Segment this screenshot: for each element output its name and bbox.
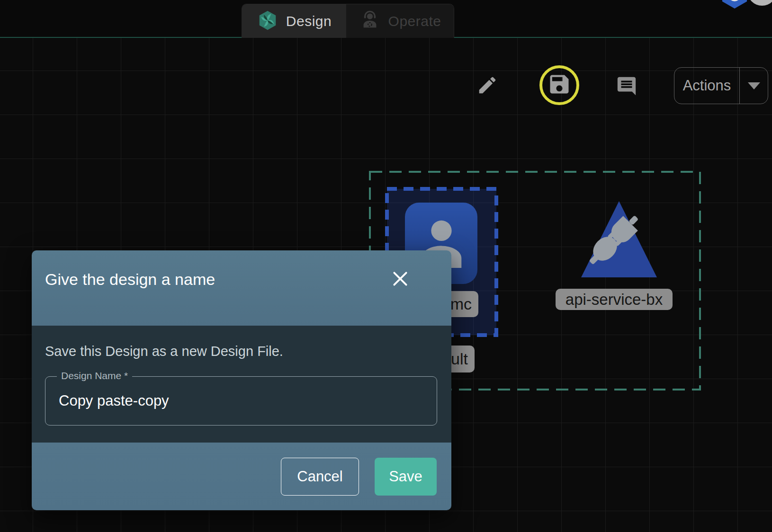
meshery-logo-icon <box>257 9 278 33</box>
design-name-input[interactable] <box>45 377 437 425</box>
pencil-icon <box>476 89 498 98</box>
design-name-label-text: Design Name <box>61 370 121 381</box>
close-button[interactable] <box>390 269 411 290</box>
comment-button[interactable] <box>616 75 637 99</box>
tab-operate[interactable]: Operate <box>346 4 454 38</box>
save-design-button[interactable] <box>539 65 579 105</box>
top-navigation-bar: Design Operate <box>0 0 772 38</box>
close-icon <box>391 270 409 290</box>
operator-headset-icon <box>359 9 381 33</box>
chevron-down-icon <box>748 82 760 89</box>
api-service-label: api-service-bx <box>556 289 673 310</box>
design-name-field: Design Name * <box>45 376 437 426</box>
floppy-save-icon <box>547 72 572 98</box>
required-marker: * <box>124 370 128 381</box>
design-name-label: Design Name * <box>57 370 132 381</box>
edit-button[interactable] <box>476 74 498 98</box>
modal-title: Give the design a name <box>45 270 390 289</box>
modal-body: Save this Design as a new Design File. D… <box>32 326 451 443</box>
comment-icon <box>616 90 637 98</box>
mode-tabs: Design Operate <box>242 4 454 38</box>
tab-design-label: Design <box>286 13 332 29</box>
api-service-text: api-service-bx <box>566 291 663 309</box>
save-button[interactable]: Save <box>375 458 437 496</box>
user-node-name-text: mc <box>450 295 472 313</box>
user-avatar[interactable] <box>747 0 772 6</box>
tab-operate-label: Operate <box>388 13 441 29</box>
cancel-button[interactable]: Cancel <box>281 458 359 496</box>
tab-design[interactable]: Design <box>242 4 346 38</box>
modal-description: Save this Design as a new Design File. <box>45 344 437 359</box>
actions-button[interactable]: Actions <box>674 67 768 104</box>
modal-header: Give the design a name <box>32 250 451 326</box>
modal-footer: Cancel Save <box>32 443 451 510</box>
actions-dropdown-toggle[interactable] <box>739 68 768 104</box>
kubernetes-context-badge[interactable] <box>721 0 748 9</box>
actions-label[interactable]: Actions <box>674 68 739 104</box>
api-service-node <box>581 201 657 277</box>
save-design-modal: Give the design a name Save this Design … <box>32 250 451 510</box>
namespace-text: ult <box>451 350 468 368</box>
